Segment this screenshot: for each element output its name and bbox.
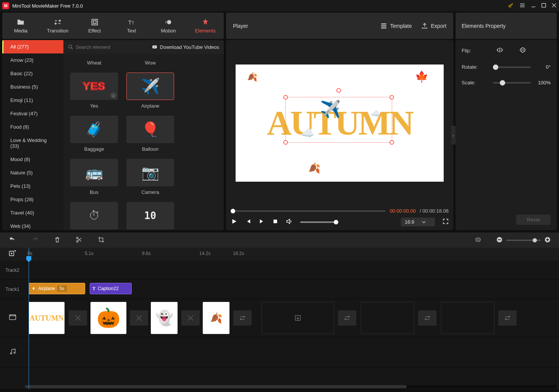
zoom-out-button[interactable] [496, 237, 502, 244]
timeline[interactable]: 0s 5.1s 9.6s 14.2s 18.2s Track2 Track1 A… [0, 248, 559, 389]
category-item-props[interactable]: Props (28) [2, 193, 63, 206]
category-item-basic[interactable]: Basic (22) [2, 67, 63, 80]
prev-button[interactable] [245, 218, 251, 226]
crop-button[interactable] [98, 236, 105, 244]
progress-thumb[interactable] [231, 209, 235, 213]
element-thumb-camera[interactable]: 📷 [126, 159, 174, 186]
category-item-arrow[interactable]: Arrow (23) [2, 53, 63, 67]
next-button[interactable] [259, 218, 265, 226]
maximize-button[interactable] [541, 3, 546, 9]
element-thumb-yes[interactable]: YES ↓ [70, 73, 118, 100]
category-item-food[interactable]: Food (8) [2, 120, 63, 134]
volume-thumb[interactable] [334, 220, 338, 224]
tab-elements[interactable]: Elements [187, 13, 224, 39]
volume-icon[interactable] [286, 218, 292, 226]
split-button[interactable] [76, 236, 82, 244]
category-item-pets[interactable]: Pets (13) [2, 179, 63, 193]
playhead[interactable] [29, 248, 29, 389]
flip-horizontal-button[interactable] [496, 47, 504, 54]
timeline-scrollbar[interactable] [25, 385, 557, 388]
handle-top-left[interactable] [283, 95, 288, 100]
audio-track[interactable] [0, 337, 559, 368]
category-list[interactable]: All (277) Arrow (23) Basic (22) Business… [2, 40, 63, 230]
preview-canvas[interactable]: AUTUMN 🍂 🍁 🍂 ✈️ ☁️ ☁️ [236, 65, 444, 182]
transition-slot-7[interactable] [498, 310, 517, 326]
tab-motion[interactable]: Motion [150, 13, 187, 39]
download-icon[interactable]: ↓ [110, 92, 116, 98]
category-item-all[interactable]: All (277) [2, 40, 63, 53]
clip-airplane[interactable]: Airplane 5s [29, 283, 85, 294]
add-track-button[interactable] [8, 250, 16, 258]
expand-panel-button[interactable]: › [451, 126, 456, 145]
element-thumb-extra2[interactable]: 10 [126, 202, 174, 229]
fullscreen-button[interactable] [443, 218, 449, 226]
undo-button[interactable] [8, 236, 16, 244]
category-item-love-wedding[interactable]: Love & Wedding (33) [2, 134, 63, 153]
download-youtube-button[interactable]: Download YouTube Videos [152, 44, 219, 50]
handle-bottom-left[interactable] [283, 140, 288, 145]
stop-button[interactable] [273, 219, 278, 225]
transition-slot-5[interactable] [338, 310, 356, 326]
transition-slot-2[interactable] [130, 310, 148, 326]
timeline-ruler[interactable]: 0s 5.1s 9.6s 14.2s 18.2s [0, 248, 559, 261]
volume-slider[interactable] [300, 221, 338, 223]
transition-slot-6[interactable] [418, 310, 436, 326]
delete-button[interactable] [54, 236, 60, 244]
close-button[interactable] [551, 3, 557, 9]
handle-bottom-right[interactable] [389, 140, 394, 145]
media-clip-3[interactable]: 👻 [151, 302, 178, 334]
zoom-in-button[interactable] [544, 237, 551, 244]
track-1[interactable]: Track1 Airplane 5s T Caption22 [0, 280, 559, 299]
tab-effect[interactable]: Effect [76, 13, 113, 39]
tab-text[interactable]: TT Text [113, 13, 150, 39]
category-item-mood[interactable]: Mood (8) [2, 153, 63, 166]
category-item-festival[interactable]: Festival (47) [2, 107, 63, 120]
zoom-thumb[interactable] [533, 238, 537, 242]
scale-slider[interactable] [493, 82, 531, 84]
fit-timeline-button[interactable] [475, 237, 481, 244]
media-clip-4[interactable]: 🍂 [203, 302, 229, 334]
empty-media-slot-3[interactable] [441, 302, 494, 334]
template-button[interactable]: Template [380, 23, 412, 29]
menu-icon[interactable] [519, 2, 525, 10]
clip-caption22[interactable]: T Caption22 [90, 283, 132, 294]
search-input[interactable] [76, 44, 148, 50]
element-thumb-extra1[interactable]: ⏱ [70, 202, 118, 229]
progress-bar[interactable] [231, 210, 386, 212]
redo-button[interactable] [31, 236, 39, 244]
category-item-nature[interactable]: Nature (5) [2, 166, 63, 179]
tab-media[interactable]: Media [2, 13, 39, 39]
aspect-select[interactable]: 16:9 [401, 218, 435, 226]
element-thumb-baggage[interactable]: 🧳 [70, 116, 118, 143]
minimize-button[interactable] [531, 3, 536, 9]
selection-box[interactable]: ✈️ ☁️ ☁️ [285, 97, 392, 143]
handle-rotate[interactable] [336, 88, 341, 93]
category-item-travel[interactable]: Travel (40) [2, 206, 63, 219]
category-item-business[interactable]: Business (5) [2, 80, 63, 94]
key-icon[interactable] [508, 2, 514, 10]
reset-button[interactable]: Reset [516, 215, 551, 225]
track-2[interactable]: Track2 [0, 261, 559, 280]
element-thumb-airplane[interactable]: ✈️ [126, 73, 174, 100]
rotate-slider[interactable] [493, 66, 531, 68]
video-track[interactable]: AUTUMN 🎃 👻 🍂 [0, 299, 559, 337]
search-box[interactable] [68, 44, 148, 50]
handle-top-right[interactable] [389, 95, 394, 100]
play-button[interactable] [231, 218, 237, 226]
empty-media-slot-1[interactable] [262, 302, 334, 334]
transition-slot-3[interactable] [181, 310, 200, 326]
timeline-scrollbar-thumb[interactable] [25, 385, 407, 388]
elements-grid[interactable]: Wheat Wow YES ↓ Yes ✈️ [63, 54, 224, 230]
export-button[interactable]: Export [421, 23, 446, 29]
scale-thumb[interactable] [500, 80, 505, 85]
category-item-emoji[interactable]: Emoji (11) [2, 94, 63, 107]
zoom-slider[interactable] [506, 240, 541, 241]
media-clip-2[interactable]: 🎃 [90, 302, 126, 334]
media-clip-1[interactable]: AUTUMN [29, 302, 65, 334]
transition-slot-1[interactable] [69, 310, 87, 326]
category-item-web[interactable]: Web (34) [2, 219, 63, 230]
flip-vertical-button[interactable] [519, 47, 527, 54]
element-thumb-balloon[interactable]: 🎈 [126, 116, 174, 143]
rotate-thumb[interactable] [493, 65, 498, 70]
empty-media-slot-2[interactable] [361, 302, 414, 334]
